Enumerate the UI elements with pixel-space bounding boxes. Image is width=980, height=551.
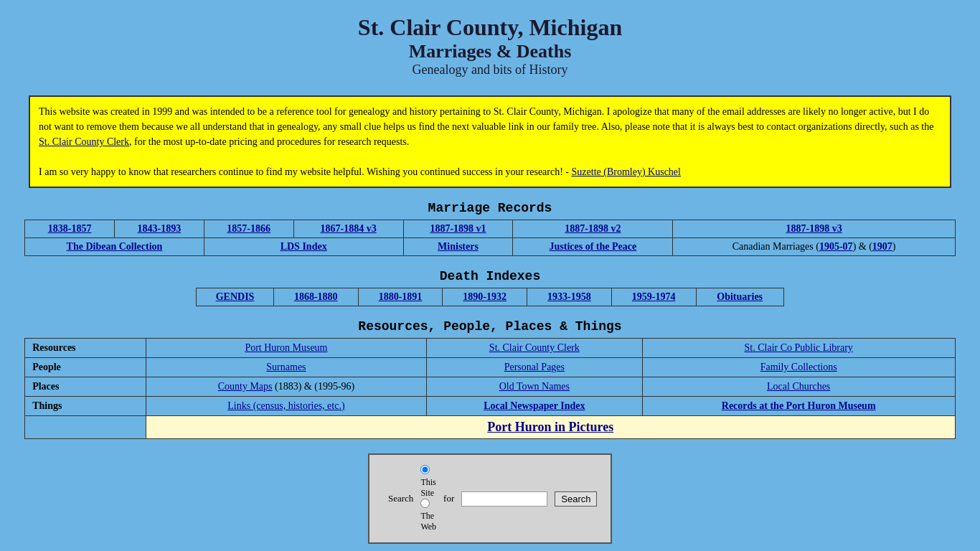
obituaries-link[interactable]: Obituaries [717, 291, 763, 302]
marriage-link-1887v2[interactable]: 1887-1898 v2 [565, 223, 621, 234]
for-label: for [443, 493, 454, 504]
search-button-cell: Search [552, 463, 600, 534]
the-web-radio[interactable] [420, 499, 430, 508]
marriage-link-1887v1[interactable]: 1887-1898 v1 [430, 223, 486, 234]
lds-index-link[interactable]: LDS Index [281, 241, 327, 252]
resources-label: Resources [25, 339, 146, 358]
links-census-link[interactable]: Links (census, histories, etc.) [227, 400, 344, 411]
things-row: Things Links (census, histories, etc.) L… [25, 397, 956, 416]
port-huron-museum-cell: Port Huron Museum [146, 339, 426, 358]
death-1933-link[interactable]: 1933-1958 [547, 291, 591, 302]
notice-box: This website was created in 1999 and was… [29, 95, 951, 188]
county-clerk-cell: St. Clair County Clerk [427, 339, 642, 358]
county-clerk-link[interactable]: St. Clair County Clerk [39, 136, 129, 147]
this-site-label: This Site [420, 477, 435, 498]
people-row: People Surnames Personal Pages Family Co… [25, 358, 956, 377]
people-label: People [25, 358, 146, 377]
things-label: Things [25, 397, 146, 416]
page-title: St. Clair County, Michigan [0, 14, 980, 41]
port-huron-pictures-cell: Port Huron in Pictures [146, 416, 955, 439]
search-label-cell: Search [385, 463, 416, 534]
personal-pages-cell: Personal Pages [427, 358, 642, 377]
places-label: Places [25, 377, 146, 397]
search-button[interactable]: Search [555, 491, 597, 507]
public-library-link[interactable]: St. Clair Co Public Library [745, 342, 853, 353]
marriage-link-1857[interactable]: 1857-1866 [227, 223, 270, 234]
newspaper-index-link[interactable]: Local Newspaper Index [484, 400, 585, 411]
public-library-cell: St. Clair Co Public Library [642, 339, 955, 358]
personal-pages-link[interactable]: Personal Pages [504, 362, 565, 372]
page-subtitle: Marriages & Deaths [0, 41, 980, 62]
search-input[interactable] [461, 491, 547, 507]
st-clair-county-clerk-link[interactable]: St. Clair County Clerk [489, 342, 580, 353]
marriage-section-title: Marriage Records [0, 201, 980, 215]
search-input-cell [458, 463, 550, 534]
gendis-link[interactable]: GENDIS [216, 291, 255, 302]
notice-paragraph1: This website was created in 1999 and was… [39, 104, 941, 149]
surnames-cell: Surnames [146, 358, 426, 377]
author-link[interactable]: Suzette (Bromley) Kuschel [572, 166, 681, 177]
death-indexes-table: GENDIS 1868-1880 1880-1891 1890-1932 193… [196, 288, 784, 306]
canadian-1907-link[interactable]: 1907 [872, 241, 892, 252]
records-museum-link[interactable]: Records at the Port Huron Museum [722, 400, 876, 411]
marriage-records-table: 1838-1857 1843-1893 1857-1866 1867-1884 … [24, 220, 956, 256]
county-maps-link[interactable]: County Maps [218, 381, 273, 392]
local-churches-cell: Local Churches [642, 377, 955, 397]
death-section-title: Death Indexes [0, 269, 980, 283]
search-radio-group: This Site The Web [420, 465, 436, 532]
search-section: Search This Site The Web for [0, 453, 980, 544]
death-1880-link[interactable]: 1880-1891 [379, 291, 423, 302]
search-box: Search This Site The Web for [368, 453, 612, 544]
surnames-link[interactable]: Surnames [266, 362, 306, 372]
this-site-radio[interactable] [420, 465, 430, 474]
ministers-link[interactable]: Ministers [438, 241, 479, 252]
search-radio-cell: This Site The Web [418, 463, 439, 534]
marriage-link-1838[interactable]: 1838-1857 [48, 223, 92, 234]
port-huron-museum-link[interactable]: Port Huron Museum [245, 342, 327, 353]
dibean-link[interactable]: The Dibean Collection [67, 241, 163, 252]
family-collections-cell: Family Collections [642, 358, 955, 377]
page-tagline: Genealogy and bits of History [0, 62, 980, 77]
newspaper-index-cell: Local Newspaper Index [427, 397, 642, 416]
links-cell: Links (census, histories, etc.) [146, 397, 426, 416]
search-row: Search This Site The Web for [385, 463, 600, 534]
notice-paragraph2: I am so very happy to know that research… [39, 164, 941, 179]
search-label: Search [388, 493, 413, 504]
search-table: Search This Site The Web for [384, 462, 601, 535]
the-web-label: The Web [420, 511, 436, 532]
page-header: St. Clair County, Michigan Marriages & D… [0, 0, 980, 85]
marriage-link-1843[interactable]: 1843-1893 [138, 223, 182, 234]
resources-section-title: Resources, People, Places & Things [0, 319, 980, 334]
canadian-marriages-cell: Canadian Marriages (1905-07) & (1907) [673, 238, 956, 256]
death-1890-link[interactable]: 1890-1932 [463, 291, 507, 302]
port-huron-pictures-link[interactable]: Port Huron in Pictures [487, 420, 613, 434]
resources-row: Resources Port Huron Museum St. Clair Co… [25, 339, 956, 358]
justices-link[interactable]: Justices of the Peace [550, 241, 637, 252]
family-collections-link[interactable]: Family Collections [760, 362, 837, 372]
port-huron-pictures-row: Port Huron in Pictures [25, 416, 956, 439]
old-town-names-cell: Old Town Names [427, 377, 642, 397]
marriage-link-1887v3[interactable]: 1887-1898 v3 [786, 223, 842, 234]
places-row: Places County Maps (1883) & (1995-96) Ol… [25, 377, 956, 397]
old-town-names-link[interactable]: Old Town Names [499, 381, 570, 392]
local-churches-link[interactable]: Local Churches [767, 381, 830, 392]
search-for-cell: for [440, 463, 457, 534]
canadian-1905-link[interactable]: 1905-07 [819, 241, 853, 252]
resources-table: Resources Port Huron Museum St. Clair Co… [24, 338, 956, 439]
county-maps-cell: County Maps (1883) & (1995-96) [146, 377, 426, 397]
marriage-link-1867[interactable]: 1867-1884 v3 [320, 223, 376, 234]
death-1868-link[interactable]: 1868-1880 [294, 291, 338, 302]
empty-label [25, 416, 146, 439]
records-museum-cell: Records at the Port Huron Museum [642, 397, 955, 416]
death-1959-link[interactable]: 1959-1974 [632, 291, 676, 302]
